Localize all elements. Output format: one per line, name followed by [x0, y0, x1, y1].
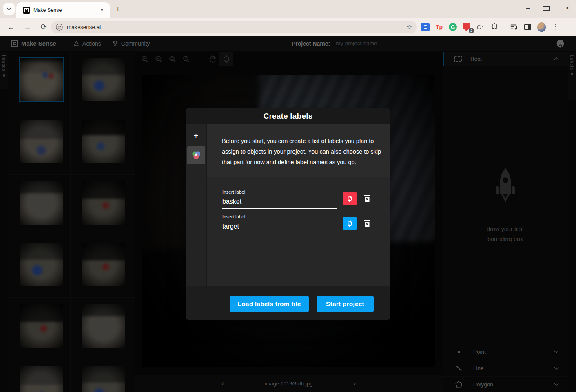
tab-close-icon[interactable]: ×: [98, 6, 106, 14]
repeat-icon: [346, 195, 354, 203]
c-extension-icon[interactable]: C:: [476, 23, 485, 31]
tab-title: Make Sense: [33, 7, 98, 13]
tab-search-button[interactable]: [3, 3, 15, 15]
load-labels-button[interactable]: Load labels from file: [230, 296, 309, 312]
rgb-venn-icon: [191, 150, 202, 161]
toolbar-divider: [504, 23, 504, 31]
site-settings-icon[interactable]: [56, 24, 63, 31]
back-button[interactable]: ←: [6, 23, 16, 31]
modal-side-rail: +: [186, 124, 207, 286]
forward-button: →: [22, 23, 33, 31]
makesense-page: Make Sense Actions Community Project Nam…: [0, 36, 576, 392]
label-row: Insert label: [222, 187, 385, 212]
color-mode-toggle[interactable]: [187, 146, 205, 164]
tp-extension-icon[interactable]: Tp: [435, 23, 443, 31]
browser-menu-icon[interactable]: ⋮: [551, 23, 560, 31]
repeat-icon: [346, 220, 354, 227]
modal-title: Create labels: [186, 108, 390, 124]
label-color-button[interactable]: [343, 192, 357, 205]
grammarly-extension-icon[interactable]: G: [449, 23, 457, 31]
insert-label-caption: Insert label: [222, 214, 245, 219]
extensions-area: Tp G 2 C: ⋮: [421, 18, 560, 36]
delete-label-icon[interactable]: [363, 219, 371, 229]
minimize-button[interactable]: –: [523, 0, 533, 16]
browser-tab[interactable]: Make Sense ×: [16, 2, 110, 18]
makesense-favicon: [23, 7, 30, 14]
bookmark-star-icon[interactable]: ☆: [406, 23, 412, 31]
browser-window: Make Sense × + – × ← → ⟳ makesense.ai ☆ …: [0, 0, 576, 392]
tab-strip: Make Sense × + – ×: [0, 0, 576, 18]
new-tab-button[interactable]: +: [116, 5, 120, 13]
modal-footer: Load labels from file Start project: [186, 286, 390, 320]
side-panel-icon[interactable]: [523, 23, 532, 31]
media-playlist-icon[interactable]: [510, 23, 518, 31]
modal-description: Before you start, you can create a list …: [207, 124, 390, 177]
label-list: Insert label Insert label: [207, 177, 390, 237]
start-project-button[interactable]: Start project: [317, 296, 374, 312]
add-label-button[interactable]: +: [193, 131, 198, 141]
profile-avatar[interactable]: [537, 23, 546, 31]
maximize-button[interactable]: [543, 0, 550, 16]
label-color-button[interactable]: [343, 217, 357, 230]
create-labels-modal: Create labels + Before yo: [186, 108, 390, 320]
extensions-puzzle-icon[interactable]: [490, 23, 498, 31]
password-manager-extension-icon[interactable]: [421, 23, 430, 31]
browser-toolbar: ← → ⟳ makesense.ai ☆ Tp G 2 C:: [0, 18, 576, 36]
chevron-down-icon: [7, 7, 11, 11]
address-bar[interactable]: makesense.ai ☆: [51, 21, 417, 33]
label-input[interactable]: [222, 222, 337, 233]
delete-label-icon[interactable]: [363, 194, 371, 205]
adblock-extension-icon[interactable]: 2: [462, 23, 471, 31]
extension-badge: 2: [469, 28, 474, 33]
insert-label-caption: Insert label: [222, 189, 245, 194]
url-text[interactable]: makesense.ai: [67, 24, 406, 30]
label-row: Insert label: [222, 212, 385, 237]
label-input[interactable]: [222, 197, 337, 209]
close-window-button[interactable]: ×: [562, 0, 572, 16]
reload-button[interactable]: ⟳: [38, 22, 49, 31]
